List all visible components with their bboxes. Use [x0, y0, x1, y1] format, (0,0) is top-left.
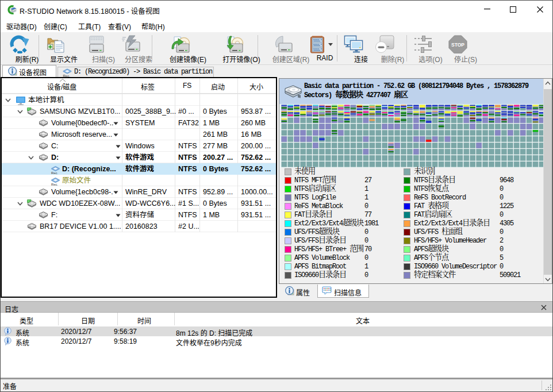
- svg-text:Rec.: Rec.: [51, 171, 58, 174]
- svg-text:STOP: STOP: [451, 42, 464, 48]
- svg-text:Rec.: Rec.: [51, 183, 58, 186]
